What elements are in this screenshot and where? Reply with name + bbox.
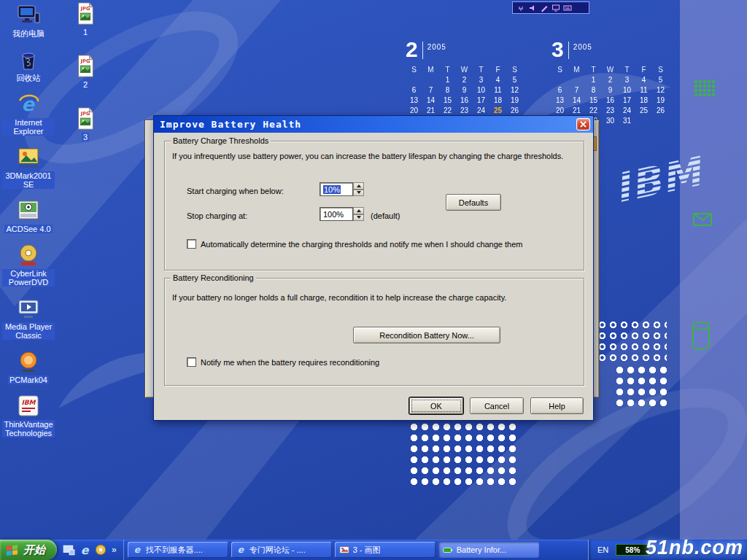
desktop-icon-label: ThinkVantage Technologies: [2, 420, 55, 438]
cancel-button[interactable]: Cancel: [470, 397, 524, 414]
recondition-description: If your battery no longer holds a full c…: [172, 293, 576, 302]
desktop-icon-label: Internet Explorer: [2, 118, 55, 136]
calendar-date: 8: [585, 85, 602, 96]
desktop-icon[interactable]: CyberLink PowerDVD: [2, 243, 55, 287]
calendar-day-header: W: [602, 65, 619, 75]
desktop: IBM 22005SMTWTFS123456789101112131415161…: [0, 0, 747, 560]
calendar-date: 31: [619, 116, 635, 126]
calendar-year: 2005: [573, 43, 592, 51]
calendar-date: 30: [602, 116, 619, 126]
calendar-divider: [568, 42, 569, 59]
calendar-day-header: T: [585, 65, 602, 75]
internet-explorer-small-icon: e: [236, 545, 246, 555]
calendar-year: 2005: [427, 43, 446, 51]
battery-charge-thresholds-group: Battery Charge Thresholds If you infrequ…: [164, 141, 584, 271]
calendar-date: 26: [652, 106, 669, 116]
help-button[interactable]: Help: [530, 397, 584, 414]
desktop-icon[interactable]: PCMark04: [8, 349, 49, 384]
pen-icon: [540, 4, 549, 12]
desktop-icon[interactable]: eInternet Explorer: [2, 92, 55, 136]
speaker-icon: [528, 4, 537, 12]
defaults-button[interactable]: Defaults: [446, 194, 501, 211]
internet-explorer-small-icon[interactable]: e: [78, 543, 91, 556]
svg-text:JPG: JPG: [80, 6, 90, 12]
desktop-icon-label: 1: [82, 28, 89, 36]
stop-charge-spinner: [353, 207, 364, 221]
stop-charge-label: Stop charging at:: [187, 211, 247, 220]
start-button[interactable]: 开始: [0, 540, 57, 560]
svg-text:IBM: IBM: [21, 399, 36, 406]
recycle-bin-icon: [17, 47, 40, 72]
task-button[interactable]: 3 - 画图: [335, 542, 436, 558]
desktop-icon-label: 我的电脑: [11, 29, 46, 38]
calendar-date: 15: [439, 96, 456, 106]
notify-recondition-row: Notify me when the battery requires reco…: [187, 357, 379, 367]
up-arrow-icon: [357, 209, 361, 212]
desktop-icon[interactable]: IBMThinkVantage Technologies: [2, 394, 55, 438]
calendar-day-header: T: [473, 65, 489, 75]
ok-button[interactable]: OK: [409, 397, 463, 414]
notify-recondition-checkbox[interactable]: [187, 357, 196, 367]
desktop-icon[interactable]: JPG3: [74, 106, 97, 141]
desktop-icon[interactable]: JPG2: [74, 54, 97, 89]
calendar-date: 4: [635, 75, 652, 85]
calendar-date: 6: [551, 85, 568, 96]
start-charge-spinner-up[interactable]: [353, 182, 364, 190]
calendar-date: 26: [506, 106, 523, 116]
calendar-date: 23: [456, 106, 473, 116]
desktop-icon[interactable]: 回收站: [15, 47, 42, 82]
start-charge-spinner-down[interactable]: [353, 190, 364, 197]
desktop-icon[interactable]: 3DMark2001 SE: [2, 145, 55, 189]
dot-pattern: [614, 365, 668, 410]
calendar-date: 14: [568, 96, 585, 106]
quick-launch: e»: [57, 540, 124, 560]
start-charge-input[interactable]: 10%: [320, 182, 353, 196]
windows-flag-icon: [6, 544, 19, 556]
calendar-date: 12: [652, 85, 669, 96]
calendar-date: 13: [406, 96, 422, 106]
tray-battery-indicator[interactable]: 58%: [616, 544, 649, 556]
task-button[interactable]: e找不到服务器....: [128, 542, 228, 558]
stop-charge-input[interactable]: 100%: [320, 207, 353, 221]
recondition-battery-button[interactable]: Recondition Battery Now...: [353, 327, 500, 343]
default-note: (default): [371, 211, 400, 220]
quicklaunch-overflow-chevron[interactable]: »: [110, 545, 118, 555]
auto-determine-label: Automatically determine the charging thr…: [201, 240, 522, 249]
calendar-date: 22: [585, 106, 602, 116]
watermark: 51nb.com: [646, 537, 743, 559]
calendar-date: 24: [473, 106, 489, 116]
group-title: Battery Charge Thresholds: [171, 136, 271, 145]
jpg-file-icon: JPG: [74, 1, 97, 26]
calendar-day-header: M: [422, 65, 439, 75]
calendar-date: 5: [652, 75, 669, 85]
show-desktop-small-icon[interactable]: [62, 543, 75, 556]
improve-battery-health-dialog: Improve Battery Health Battery Charge Th…: [153, 115, 594, 421]
desktop-icon[interactable]: Media Player Classic: [2, 296, 55, 340]
tray-language-indicator[interactable]: EN: [597, 545, 608, 554]
calendar-day-header: F: [489, 65, 506, 75]
down-arrow-icon: [357, 216, 361, 219]
calendar-date: [551, 75, 568, 85]
calendar-date: 21: [568, 106, 585, 116]
dialog-title: Improve Battery Health: [160, 119, 576, 130]
desktop-icon[interactable]: JPG1: [74, 1, 97, 36]
svg-text:e: e: [81, 543, 90, 556]
calendar-date: 24: [619, 106, 635, 116]
stop-charge-spinner-down[interactable]: [353, 214, 364, 222]
group-title: Battery Reconditioning: [171, 273, 256, 282]
task-button[interactable]: Battery Infor...: [438, 542, 539, 558]
display-icon: [551, 4, 560, 12]
media-player-classic-icon: [17, 296, 40, 321]
media-small-icon[interactable]: [94, 543, 107, 556]
dot-pattern: [409, 421, 518, 485]
stop-charge-spinner-up[interactable]: [353, 207, 364, 214]
dialog-titlebar[interactable]: Improve Battery Health: [154, 116, 593, 133]
notify-recondition-label: Notify me when the battery requires reco…: [201, 358, 379, 367]
desktop-icon[interactable]: 我的电脑: [11, 3, 46, 38]
task-button[interactable]: e专门网论坛 - ....: [231, 542, 332, 558]
desktop-icon[interactable]: ACDSee 4.0: [4, 198, 52, 233]
calendar-date: 10: [619, 85, 635, 96]
calendar-date: 6: [406, 85, 422, 96]
auto-determine-checkbox[interactable]: [187, 239, 196, 249]
close-button[interactable]: [576, 118, 590, 131]
